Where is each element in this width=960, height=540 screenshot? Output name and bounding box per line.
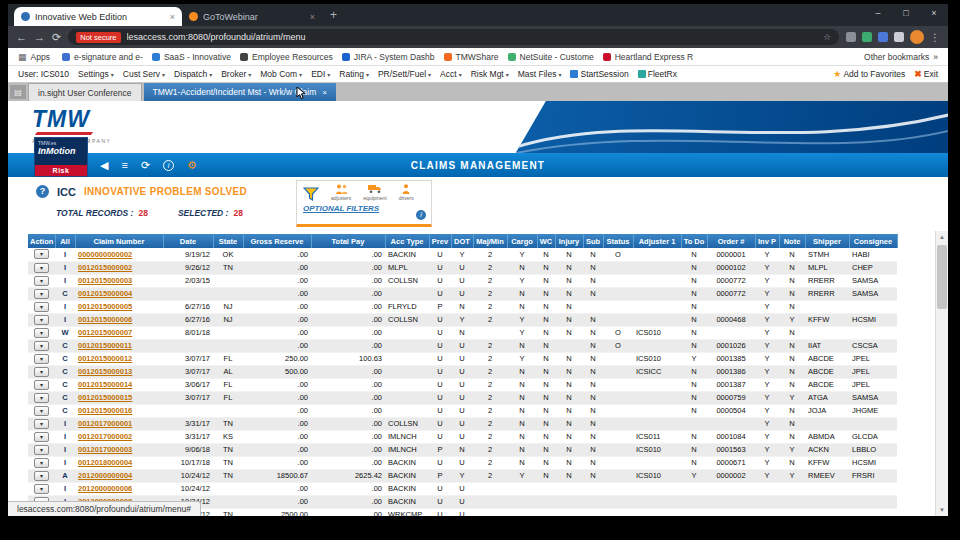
row-action-dropdown[interactable]: ▾ — [34, 302, 49, 312]
row-action-dropdown[interactable]: ▾ — [34, 380, 49, 390]
column-header-all[interactable]: All — [55, 234, 75, 248]
scrollbar-thumb[interactable] — [937, 245, 947, 309]
extension-icon[interactable] — [846, 32, 856, 42]
column-header-consignee[interactable]: Consignee — [849, 234, 897, 248]
row-action-dropdown[interactable]: ▾ — [34, 354, 49, 364]
claim-number-link[interactable]: 0012015000007 — [78, 328, 132, 337]
column-header-order-[interactable]: Order # — [707, 234, 755, 248]
filters-info-icon[interactable]: i — [416, 210, 426, 220]
claim-number-link[interactable]: 0012015000006 — [78, 315, 132, 324]
menu-item[interactable]: PR/Sett/Fuel ▾ — [378, 69, 431, 79]
menu-item-fleetrx[interactable]: FleetRx — [638, 69, 677, 79]
menu-item[interactable]: Dispatch ▾ — [174, 69, 212, 79]
claim-number-link[interactable]: 0012017000002 — [78, 432, 132, 441]
menu-item[interactable]: Cust Serv ▾ — [123, 69, 165, 79]
menu-item[interactable]: Acct ▾ — [440, 69, 462, 79]
row-action-dropdown[interactable]: ▾ — [34, 276, 49, 286]
claim-number-link[interactable]: 2012000000004 — [78, 471, 132, 480]
menu-item[interactable]: Settings ▾ — [78, 69, 114, 79]
other-bookmarks[interactable]: Other bookmarks » — [864, 52, 938, 62]
claim-number-link[interactable]: 0012015000002 — [78, 263, 132, 272]
row-action-dropdown[interactable]: ▾ — [34, 289, 49, 299]
extension-icon[interactable] — [862, 32, 872, 42]
scroll-up-icon[interactable]: ▲ — [936, 231, 948, 243]
column-header-shipper[interactable]: Shipper — [805, 234, 849, 248]
help-icon[interactable]: ? — [36, 185, 49, 198]
tab-close-icon[interactable]: × — [170, 12, 175, 22]
menu-item[interactable]: Mast Files ▾ — [518, 69, 562, 79]
info-icon[interactable]: i — [163, 160, 174, 171]
extension-icon[interactable] — [878, 32, 888, 42]
window-maximize-button[interactable]: □ — [892, 4, 920, 22]
row-action-dropdown[interactable]: ▾ — [34, 471, 49, 481]
filter-equipment-button[interactable]: equipment — [363, 184, 386, 201]
bookmark-item[interactable]: Heartland Express R — [603, 52, 693, 62]
row-action-dropdown[interactable]: ▾ — [34, 445, 49, 455]
column-header-adjuster-1[interactable]: Adjuster 1 — [633, 234, 681, 248]
claim-number-link[interactable]: 0012015000015 — [78, 393, 132, 402]
column-header-acc-type[interactable]: Acc Type — [385, 234, 429, 248]
column-header-gross-reserve[interactable]: Gross Reserve — [243, 234, 311, 248]
new-tab-button[interactable]: + — [330, 8, 337, 22]
url-field[interactable]: Not secure lesaccess.com:8080/profoundui… — [68, 29, 839, 45]
window-close-button[interactable]: × — [920, 4, 948, 22]
app-tab-close-icon[interactable]: × — [322, 88, 327, 97]
column-header-wc[interactable]: WC — [537, 234, 555, 248]
column-header-claim-number[interactable]: Claim Number — [75, 234, 163, 248]
menu-item[interactable]: EDI ▾ — [311, 69, 330, 79]
window-minimize-button[interactable]: – — [864, 4, 892, 22]
menu-item[interactable]: Risk Mgt ▾ — [471, 69, 509, 79]
filter-drivers-button[interactable]: drivers — [399, 184, 414, 201]
hamburger-menu-icon[interactable]: ≡ — [121, 160, 127, 171]
column-header-action[interactable]: Action — [28, 234, 55, 248]
column-header-note[interactable]: Note — [779, 234, 805, 248]
app-tab-insight[interactable]: in.sight User Conference — [28, 83, 142, 101]
claim-number-link[interactable]: 0012015000011 — [78, 341, 132, 350]
apps-shortcut[interactable]: ▦ Apps — [18, 52, 50, 62]
not-secure-badge[interactable]: Not secure — [76, 32, 120, 43]
claim-number-link[interactable]: 0012015000004 — [78, 289, 132, 298]
bookmark-item[interactable]: e-signature and e- — [62, 52, 143, 62]
column-header-injury[interactable]: Injury — [555, 234, 583, 248]
profile-avatar[interactable] — [910, 30, 924, 44]
column-header-dot[interactable]: DOT — [451, 234, 473, 248]
filter-funnel-icon[interactable] — [303, 187, 319, 201]
menu-item[interactable]: Mob Com ▾ — [260, 69, 302, 79]
claim-number-link[interactable]: 0012015000012 — [78, 354, 132, 363]
column-header-status[interactable]: Status — [603, 234, 633, 248]
scrollbar-track[interactable] — [936, 243, 948, 504]
column-header-maj-min[interactable]: Maj/Min — [473, 234, 507, 248]
row-action-dropdown[interactable]: ▾ — [34, 406, 49, 416]
browser-tab-gotowebinar[interactable]: GoToWebinar × — [182, 7, 322, 26]
column-header-cargo[interactable]: Cargo — [507, 234, 537, 248]
claim-number-link[interactable]: 0012015000003 — [78, 276, 132, 285]
row-action-dropdown[interactable]: ▾ — [34, 458, 49, 468]
forward-icon[interactable]: → — [34, 31, 45, 43]
bookmark-item[interactable]: SaaS - Innovative — [152, 52, 231, 62]
add-to-favorites-button[interactable]: ★ Add to Favorites — [833, 69, 905, 79]
row-action-dropdown[interactable]: ▾ — [34, 263, 49, 273]
back-icon[interactable]: ← — [16, 31, 27, 43]
claim-number-link[interactable]: 0012015000013 — [78, 367, 132, 376]
claim-number-link[interactable]: 0012015000014 — [78, 380, 132, 389]
row-action-dropdown[interactable]: ▾ — [34, 419, 49, 429]
column-header-prev[interactable]: Prev — [429, 234, 451, 248]
browser-menu-icon[interactable]: ⋮ — [930, 32, 940, 43]
row-action-dropdown[interactable]: ▾ — [34, 367, 49, 377]
bookmark-item[interactable]: NetSuite - Custome — [508, 52, 594, 62]
vertical-scrollbar[interactable]: ▲ ▼ — [935, 231, 948, 516]
row-action-dropdown[interactable]: ▾ — [34, 249, 49, 259]
column-header-sub[interactable]: Sub — [583, 234, 603, 248]
column-header-total-pay[interactable]: Total Pay — [311, 234, 385, 248]
claim-number-link[interactable]: 0012017000003 — [78, 445, 132, 454]
column-header-date[interactable]: Date — [163, 234, 213, 248]
bookmark-star-icon[interactable]: ☆ — [823, 32, 831, 42]
claim-number-link[interactable]: 0012015000005 — [78, 302, 132, 311]
column-header-inv-p[interactable]: Inv P — [755, 234, 779, 248]
row-action-dropdown[interactable]: ▾ — [34, 315, 49, 325]
column-header-state[interactable]: State — [213, 234, 243, 248]
gear-icon[interactable]: ⚙ — [187, 160, 197, 171]
bookmark-item[interactable]: Employee Resources — [240, 52, 333, 62]
bookmark-item[interactable]: JIRA - System Dashb — [342, 52, 435, 62]
row-action-dropdown[interactable]: ▾ — [34, 328, 49, 338]
